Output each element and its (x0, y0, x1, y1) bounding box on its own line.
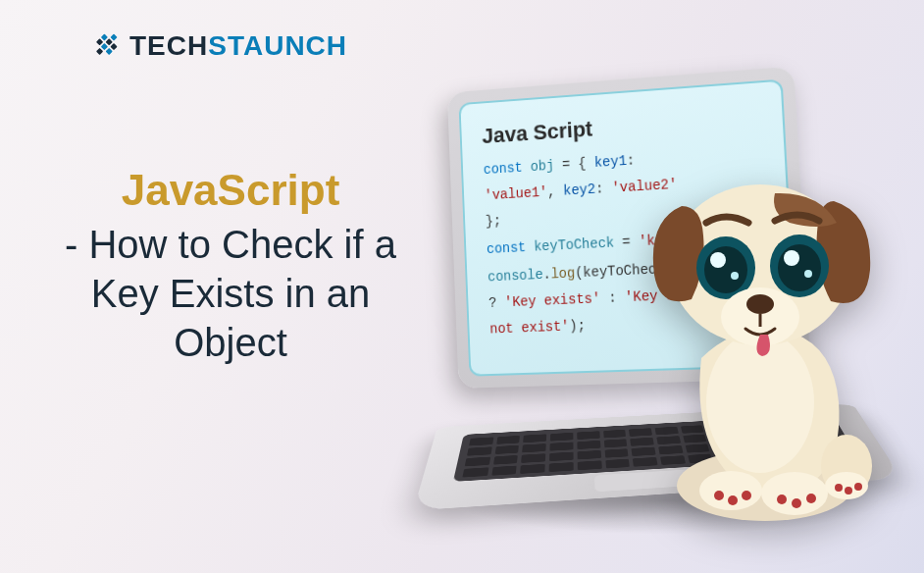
logo-icon (88, 29, 122, 63)
headline-rest: - How to Check if a Key Exists in an Obj… (64, 220, 397, 367)
svg-point-14 (742, 491, 751, 500)
illustration-scene: Java Script const obj = { key1: 'value1'… (412, 78, 912, 559)
svg-point-27 (731, 272, 739, 280)
svg-point-31 (804, 270, 812, 278)
svg-point-21 (845, 487, 852, 495)
svg-point-11 (761, 472, 828, 515)
svg-rect-2 (101, 33, 108, 40)
svg-rect-4 (101, 43, 108, 50)
svg-point-33 (746, 294, 774, 314)
puppy-illustration (613, 152, 907, 525)
svg-point-29 (778, 244, 821, 291)
svg-point-13 (728, 495, 738, 505)
logo-text-b: STAUNCH (208, 30, 347, 61)
svg-point-20 (835, 484, 843, 492)
svg-point-12 (714, 491, 724, 500)
svg-rect-7 (106, 48, 113, 55)
logo-text-a: TECH (129, 30, 208, 61)
svg-point-17 (806, 494, 816, 503)
svg-rect-0 (110, 33, 117, 40)
svg-point-22 (854, 483, 862, 491)
svg-point-30 (784, 250, 799, 266)
headline-block: JavaScript - How to Check if a Key Exist… (64, 167, 397, 367)
svg-rect-5 (96, 48, 103, 55)
screen-title: Java Script (482, 104, 763, 148)
svg-rect-1 (106, 38, 113, 45)
brand-logo: TECHSTAUNCH (88, 29, 347, 63)
svg-point-26 (710, 252, 726, 268)
logo-text: TECHSTAUNCH (129, 30, 347, 62)
svg-rect-6 (96, 38, 103, 45)
svg-point-25 (704, 246, 747, 293)
svg-point-16 (792, 498, 801, 508)
svg-rect-3 (110, 43, 117, 50)
headline-js: JavaScript (64, 167, 397, 214)
svg-point-15 (777, 495, 787, 504)
